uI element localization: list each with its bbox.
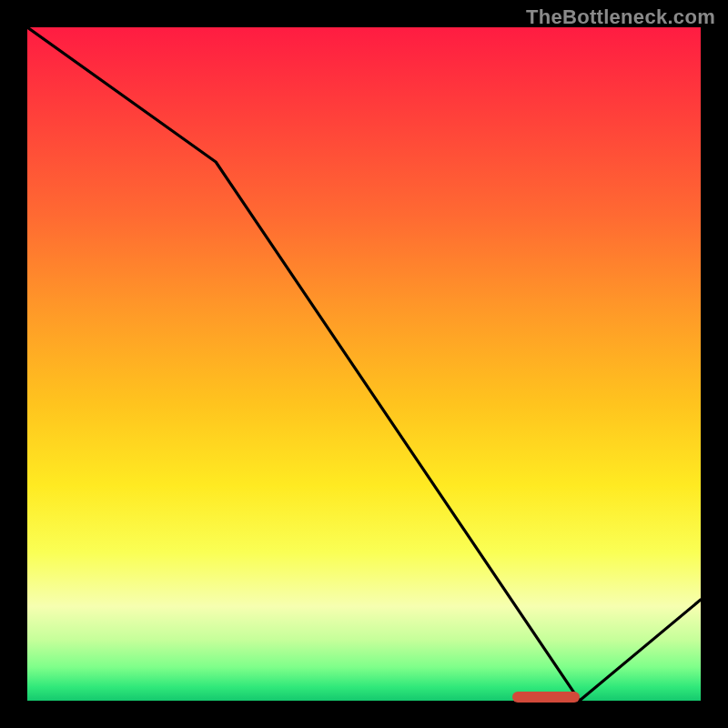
optimal-range-marker [512,692,580,703]
watermark-text: TheBottleneck.com [526,5,715,29]
chart-frame: TheBottleneck.com [0,0,728,728]
curve-path [27,27,701,701]
bottleneck-curve [27,27,701,701]
